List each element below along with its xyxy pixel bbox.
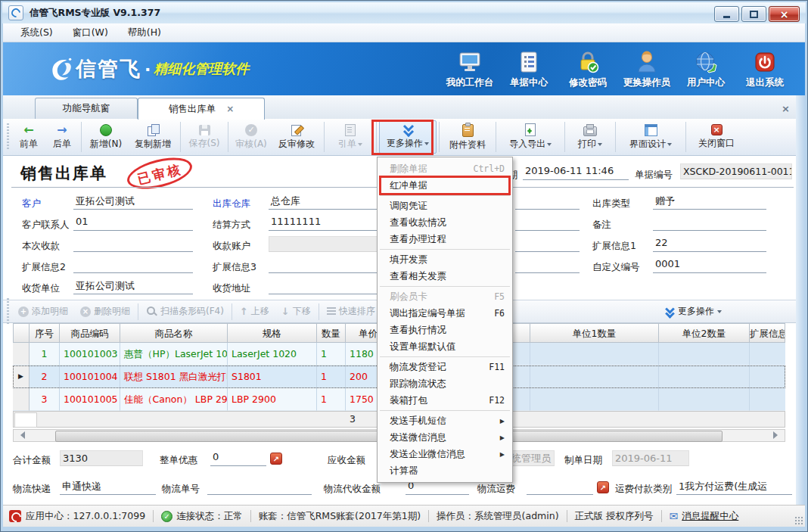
- ext3-field[interactable]: [269, 258, 379, 273]
- print-button[interactable]: 打印: [567, 120, 613, 154]
- context-menu-item[interactable]: 查看办理过程: [378, 231, 512, 247]
- context-menu-item[interactable]: 查看执行情况: [378, 322, 512, 338]
- table-cell: 100101004: [60, 366, 120, 388]
- tab-sales-outbound[interactable]: 销售出库单 ×: [138, 98, 265, 120]
- context-menu-item[interactable]: 调阅凭证: [378, 198, 512, 214]
- context-menu-item[interactable]: 红冲单据: [378, 177, 512, 194]
- out-type-field[interactable]: 赠予: [653, 194, 766, 210]
- magnifier-icon: [146, 306, 157, 317]
- menu-window[interactable]: 窗口(W): [63, 24, 118, 42]
- submenu-arrow-icon: ▶: [500, 418, 505, 425]
- context-menu-item[interactable]: 调出指定编号单据F6: [378, 305, 512, 322]
- discount-adjust-icon[interactable]: [270, 453, 282, 465]
- dropdown-arrow-icon: [598, 143, 602, 148]
- hidden-field-stub[interactable]: [515, 194, 580, 210]
- column-header[interactable]: 扩展信息3: [750, 323, 785, 343]
- this-receipt-field[interactable]: [73, 237, 193, 252]
- ext3-label: 扩展信息3: [213, 261, 256, 274]
- remark-field[interactable]: [653, 216, 766, 231]
- unaudit-button[interactable]: 反审修改: [272, 120, 322, 154]
- receiver-field[interactable]: 亚拓公司测试: [73, 279, 193, 294]
- menu-help[interactable]: 帮助(H): [118, 24, 171, 42]
- exit-system-button[interactable]: 退出系统: [735, 47, 794, 92]
- context-menu-item[interactable]: 装箱打包F12: [378, 392, 512, 409]
- custom-no-field[interactable]: 0001: [653, 258, 766, 273]
- hidden-field-stub[interactable]: [515, 258, 580, 273]
- context-menu-item[interactable]: 设置单据默认值: [378, 338, 512, 355]
- tab-function-nav[interactable]: 功能导航窗: [35, 98, 138, 119]
- express-field[interactable]: 申通快递: [60, 480, 156, 495]
- message-center-link[interactable]: 消息提醒中心: [682, 510, 738, 523]
- prev-doc-button[interactable]: ← 前单: [12, 120, 45, 154]
- scroll-right-icon[interactable]: [773, 431, 782, 439]
- close-button[interactable]: [769, 6, 800, 22]
- freight-adjust-icon[interactable]: [597, 481, 609, 493]
- switch-operator-button[interactable]: 更换操作员: [617, 47, 676, 92]
- tabstrip-close-icon[interactable]: ×: [782, 103, 790, 114]
- context-menu-item[interactable]: 发送企业微信消息▶: [378, 446, 512, 462]
- customer-field[interactable]: 亚拓公司测试: [73, 194, 193, 210]
- change-password-button[interactable]: 修改密码: [558, 47, 617, 92]
- tab-close-icon[interactable]: ×: [226, 104, 234, 114]
- menu-system[interactable]: 系统(S): [11, 24, 63, 42]
- freight-field[interactable]: [527, 480, 593, 495]
- contact-field[interactable]: 01: [73, 216, 193, 231]
- scroll-left-icon[interactable]: [17, 431, 25, 439]
- context-menu-item[interactable]: 物流发货登记F11: [378, 359, 512, 375]
- row-selector-cell: ▶: [13, 366, 30, 388]
- more-actions-button[interactable]: 更多操作: [379, 120, 437, 154]
- column-header[interactable]: 规格: [228, 323, 317, 343]
- menu-item-label: 查看收款情况: [390, 216, 446, 229]
- settle-label: 结算方式: [213, 219, 250, 232]
- context-menu-item[interactable]: 发送微信消息▶: [378, 429, 512, 446]
- custom-no-label: 自定义编号: [592, 261, 640, 274]
- tracking-field[interactable]: [207, 480, 312, 495]
- doc-date-field[interactable]: 2019-06-11 11:46: [523, 165, 629, 180]
- context-menu-item[interactable]: 查看收款情况: [378, 214, 512, 231]
- ui-design-button[interactable]: 界面设计: [618, 120, 683, 154]
- next-doc-button[interactable]: → 后单: [45, 120, 79, 154]
- column-header[interactable]: 数量: [317, 323, 346, 343]
- column-header[interactable]: 商品编码: [60, 323, 120, 343]
- ext2-field[interactable]: [73, 258, 193, 273]
- restore-button[interactable]: [741, 6, 766, 22]
- address-field[interactable]: [269, 279, 379, 294]
- power-icon: [753, 50, 777, 74]
- copy-add-button[interactable]: 复制新增: [128, 120, 178, 154]
- column-header[interactable]: 单位2数量: [659, 323, 750, 343]
- table-cell: [530, 343, 659, 366]
- column-header[interactable]: 序号: [30, 323, 60, 343]
- context-menu-item[interactable]: 计算器: [378, 462, 512, 479]
- context-menu-item[interactable]: 填开发票: [378, 251, 512, 268]
- context-menu-item[interactable]: 发送手机短信▶: [378, 412, 512, 429]
- context-menu-item[interactable]: 跟踪物流状态: [378, 375, 512, 392]
- add-new-button[interactable]: 新增(N): [84, 120, 128, 154]
- move-down-button: ↓ 下移: [275, 305, 317, 318]
- close-window-button[interactable]: 关闭窗口: [688, 120, 744, 154]
- make-date-field: 2019-06-11: [612, 450, 689, 466]
- menu-separator: [380, 249, 510, 250]
- toolbar-grip: [7, 123, 9, 151]
- table-cell: [750, 388, 785, 411]
- document-center-button[interactable]: 单据中心: [499, 47, 558, 92]
- discount-field[interactable]: 0: [210, 451, 266, 466]
- column-header[interactable]: 单位1数量: [530, 323, 659, 343]
- settle-field[interactable]: 11111111: [269, 216, 379, 231]
- freight-type-field[interactable]: 1我方付运费(生成运: [676, 480, 792, 495]
- context-menu-item[interactable]: 查看相关发票: [378, 268, 512, 285]
- import-export-button[interactable]: 导入导出: [499, 120, 562, 154]
- ext1-field[interactable]: 22: [653, 237, 766, 252]
- hidden-field-stub[interactable]: [515, 237, 580, 252]
- edit-pencil-icon: [291, 124, 303, 136]
- floppy-save-icon: [199, 125, 210, 135]
- hidden-field-stub[interactable]: [515, 216, 580, 231]
- workbench-button[interactable]: 我的工作台: [440, 47, 499, 92]
- detail-more-actions-button[interactable]: 更多操作: [658, 305, 728, 318]
- summary-selector-cell: [14, 412, 37, 428]
- warehouse-field[interactable]: 总仓库: [269, 194, 379, 210]
- attachments-button[interactable]: 附件资料: [442, 120, 493, 154]
- contact-label: 客户联系人: [22, 219, 70, 232]
- column-header[interactable]: 商品名称: [120, 323, 228, 343]
- minimize-button[interactable]: [714, 6, 739, 22]
- user-center-button[interactable]: 用户中心: [676, 47, 735, 92]
